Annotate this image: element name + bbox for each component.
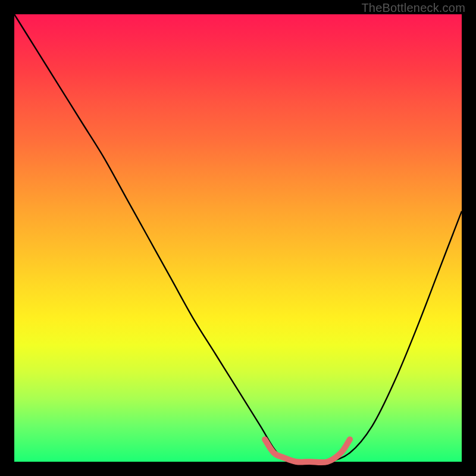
plot-area	[14, 14, 462, 462]
bottleneck-curve	[14, 14, 462, 462]
chart-frame	[8, 8, 468, 468]
watermark-text: TheBottleneck.com	[361, 1, 465, 15]
optimal-range-highlight	[265, 439, 350, 462]
curve-layer	[14, 14, 462, 462]
